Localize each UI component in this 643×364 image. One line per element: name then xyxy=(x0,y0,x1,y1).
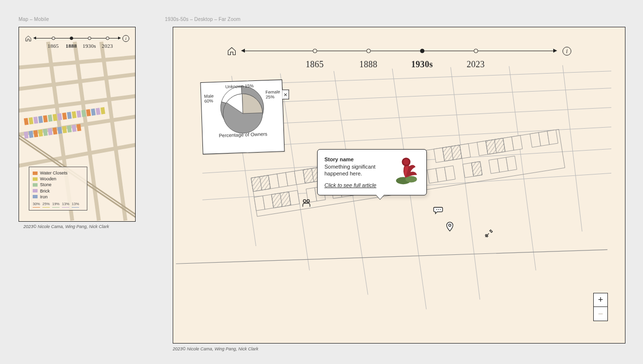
legend-label: Brick xyxy=(40,188,50,194)
svg-point-116 xyxy=(440,209,441,210)
info-icon[interactable]: i xyxy=(122,35,129,42)
story-card[interactable]: Story name Something significant happene… xyxy=(317,149,427,195)
svg-point-111 xyxy=(403,159,409,165)
timeline-dot-2023[interactable] xyxy=(474,49,478,53)
location-pin-icon[interactable] xyxy=(444,221,455,232)
waratah-flower-icon xyxy=(387,153,423,192)
desktop-timeline: 1865 1888 1930s 2023 i xyxy=(227,42,571,71)
home-icon[interactable] xyxy=(227,46,237,56)
svg-point-114 xyxy=(436,209,437,210)
zoom-out-button: − xyxy=(594,307,607,321)
pie-chart-popup: ✕ Unknown 15% Male60% Female25% xyxy=(200,79,284,154)
svg-point-113 xyxy=(307,200,310,203)
zoom-in-button[interactable]: + xyxy=(594,293,607,307)
legend-percents: 30% 25% 19% 13% 13% xyxy=(33,202,83,208)
svg-rect-102 xyxy=(271,192,291,208)
timeline-dot-1930s[interactable] xyxy=(88,37,91,40)
legend-label: Stone xyxy=(40,182,52,188)
copyright-text: 2023© Nicole Cama, Wing Pang, Nick Clark xyxy=(23,224,109,229)
zoom-controls: + − xyxy=(593,293,608,321)
speech-bubble-pin-icon[interactable] xyxy=(433,205,443,215)
home-icon[interactable] xyxy=(25,35,32,42)
frame-label-desktop: 1930s-50s – Desktop – Far Zoom xyxy=(165,17,241,22)
timeline-dot-1865[interactable] xyxy=(313,49,317,53)
story-title: Story name xyxy=(324,156,391,162)
legend-label: Wooden xyxy=(40,176,56,182)
timeline-dot-1888[interactable] xyxy=(366,49,371,53)
svg-rect-70 xyxy=(512,135,522,150)
timeline-year-label: 1865 xyxy=(48,43,59,49)
info-icon[interactable]: i xyxy=(563,47,571,56)
timeline-dot-1930s[interactable] xyxy=(420,49,424,53)
timeline-dot-1865[interactable] xyxy=(52,37,55,40)
frame-label-mobile: Map – Mobile xyxy=(19,17,49,22)
story-description: Something significant happened here. xyxy=(324,163,391,177)
svg-rect-100 xyxy=(442,145,462,161)
svg-point-112 xyxy=(303,200,306,203)
mobile-timeline: 1865 1888 1930s 2023 i xyxy=(25,34,129,49)
pie-label-female: Female25% xyxy=(265,90,281,100)
timeline-year-label: 1930s xyxy=(82,43,96,49)
people-pin-icon[interactable] xyxy=(301,198,312,209)
pie-label-unknown: Unknown 15% xyxy=(225,84,254,90)
svg-rect-105 xyxy=(471,161,482,176)
timeline-year-label: 1888 xyxy=(359,59,377,70)
mobile-map-frame: 1865 1888 1930s 2023 i Water Closets Woo… xyxy=(19,27,136,222)
legend-row: Brick xyxy=(33,188,83,194)
legend-box: Water Closets Wooden Stone Brick Iron 30… xyxy=(29,167,87,211)
legend-label: Water Closets xyxy=(40,170,67,176)
legend-row: Stone xyxy=(33,182,83,188)
copyright-text: 2023© Nicole Cama, Wing Pang, Nick Clark xyxy=(173,346,259,351)
svg-point-115 xyxy=(438,209,439,210)
svg-rect-101 xyxy=(486,138,505,154)
legend-label: Iron xyxy=(40,194,48,200)
timeline-year-label: 1865 xyxy=(305,59,323,70)
story-link[interactable]: Click to see full article xyxy=(324,182,391,188)
svg-rect-96 xyxy=(506,156,517,171)
svg-rect-73 xyxy=(547,130,558,144)
tools-pin-icon[interactable] xyxy=(483,228,494,239)
close-button[interactable]: ✕ xyxy=(282,90,289,99)
timeline-year-label: 2023 xyxy=(102,43,113,49)
svg-rect-97 xyxy=(251,175,271,192)
legend-row: Wooden xyxy=(33,176,83,182)
desktop-map-frame: 1865 1888 1930s 2023 i ✕ Unknown 15% Mal… xyxy=(173,27,625,344)
close-icon: ✕ xyxy=(283,92,287,97)
pie-label-male: Male60% xyxy=(204,94,214,104)
timeline-year-label: 2023 xyxy=(466,59,484,70)
legend-row: Iron xyxy=(33,194,83,200)
timeline-dot-2023[interactable] xyxy=(106,37,109,40)
legend-row: Water Closets xyxy=(33,170,83,176)
svg-rect-91 xyxy=(444,166,455,180)
timeline-year-label: 1930s xyxy=(411,59,433,70)
pie-chart-icon xyxy=(220,90,266,136)
timeline-dot-1888[interactable] xyxy=(70,37,73,40)
timeline-year-label: 1888 xyxy=(66,43,77,49)
